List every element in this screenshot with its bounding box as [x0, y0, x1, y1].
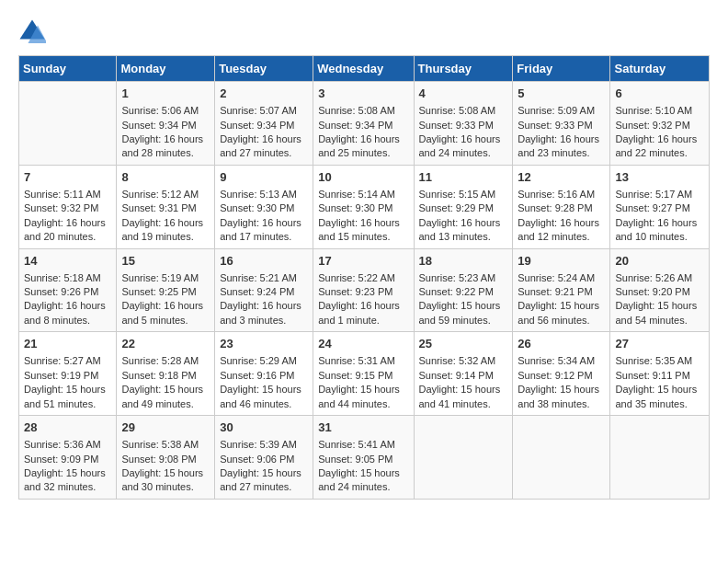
calendar-cell: 19Sunrise: 5:24 AM Sunset: 9:21 PM Dayli… — [513, 248, 610, 332]
calendar-cell: 6Sunrise: 5:10 AM Sunset: 9:32 PM Daylig… — [610, 82, 710, 166]
day-info: Sunrise: 5:26 AM Sunset: 9:20 PM Dayligh… — [615, 272, 697, 326]
day-info: Sunrise: 5:41 AM Sunset: 9:05 PM Dayligh… — [318, 439, 400, 492]
calendar-cell: 30Sunrise: 5:39 AM Sunset: 9:06 PM Dayli… — [215, 416, 313, 500]
calendar-cell: 2Sunrise: 5:07 AM Sunset: 9:34 PM Daylig… — [215, 82, 313, 166]
calendar-cell: 10Sunrise: 5:14 AM Sunset: 9:30 PM Dayli… — [313, 165, 414, 248]
day-number: 10 — [318, 169, 408, 186]
day-number: 22 — [121, 336, 210, 352]
day-info: Sunrise: 5:22 AM Sunset: 9:23 PM Dayligh… — [318, 272, 400, 326]
day-number: 8 — [121, 169, 210, 186]
calendar-cell: 26Sunrise: 5:34 AM Sunset: 9:12 PM Dayli… — [513, 332, 610, 416]
day-info: Sunrise: 5:19 AM Sunset: 9:25 PM Dayligh… — [121, 272, 203, 326]
calendar-cell: 8Sunrise: 5:12 AM Sunset: 9:31 PM Daylig… — [117, 165, 215, 248]
calendar-cell: 1Sunrise: 5:06 AM Sunset: 9:34 PM Daylig… — [117, 82, 215, 166]
day-info: Sunrise: 5:38 AM Sunset: 9:08 PM Dayligh… — [121, 439, 203, 492]
day-number: 28 — [24, 419, 111, 436]
day-number: 23 — [220, 336, 308, 352]
day-number: 13 — [615, 169, 704, 186]
day-number: 1 — [121, 86, 210, 102]
col-header-thursday: Thursday — [414, 56, 513, 82]
day-number: 18 — [419, 253, 508, 270]
day-number: 16 — [220, 253, 308, 270]
day-number: 30 — [220, 419, 308, 436]
day-info: Sunrise: 5:36 AM Sunset: 9:09 PM Dayligh… — [24, 439, 106, 492]
week-row-4: 21Sunrise: 5:27 AM Sunset: 9:19 PM Dayli… — [19, 332, 710, 416]
calendar-cell: 31Sunrise: 5:41 AM Sunset: 9:05 PM Dayli… — [313, 416, 414, 500]
day-number: 20 — [615, 253, 704, 270]
day-info: Sunrise: 5:27 AM Sunset: 9:19 PM Dayligh… — [24, 355, 106, 408]
day-number: 6 — [615, 86, 704, 102]
day-info: Sunrise: 5:07 AM Sunset: 9:34 PM Dayligh… — [220, 105, 301, 158]
col-header-saturday: Saturday — [610, 56, 710, 82]
day-info: Sunrise: 5:10 AM Sunset: 9:32 PM Dayligh… — [615, 105, 697, 158]
day-info: Sunrise: 5:16 AM Sunset: 9:28 PM Dayligh… — [518, 189, 599, 242]
calendar-cell: 27Sunrise: 5:35 AM Sunset: 9:11 PM Dayli… — [610, 332, 710, 416]
day-number: 12 — [518, 169, 605, 186]
logo-icon — [18, 18, 46, 46]
day-number: 19 — [518, 253, 605, 270]
week-row-2: 7Sunrise: 5:11 AM Sunset: 9:32 PM Daylig… — [19, 165, 710, 248]
day-info: Sunrise: 5:14 AM Sunset: 9:30 PM Dayligh… — [318, 189, 400, 242]
col-header-monday: Monday — [117, 56, 215, 82]
day-info: Sunrise: 5:31 AM Sunset: 9:15 PM Dayligh… — [318, 355, 400, 408]
day-number: 3 — [318, 86, 408, 102]
day-number: 7 — [24, 169, 111, 186]
calendar-cell: 24Sunrise: 5:31 AM Sunset: 9:15 PM Dayli… — [313, 332, 414, 416]
week-row-1: 1Sunrise: 5:06 AM Sunset: 9:34 PM Daylig… — [19, 82, 710, 166]
calendar-cell: 17Sunrise: 5:22 AM Sunset: 9:23 PM Dayli… — [313, 248, 414, 332]
day-info: Sunrise: 5:12 AM Sunset: 9:31 PM Dayligh… — [121, 189, 203, 242]
calendar-cell: 16Sunrise: 5:21 AM Sunset: 9:24 PM Dayli… — [215, 248, 313, 332]
calendar-cell: 15Sunrise: 5:19 AM Sunset: 9:25 PM Dayli… — [117, 248, 215, 332]
col-header-sunday: Sunday — [19, 56, 117, 82]
day-number: 2 — [220, 86, 308, 102]
day-number: 4 — [419, 86, 508, 102]
day-number: 14 — [24, 253, 111, 270]
calendar-cell: 23Sunrise: 5:29 AM Sunset: 9:16 PM Dayli… — [215, 332, 313, 416]
day-info: Sunrise: 5:23 AM Sunset: 9:22 PM Dayligh… — [419, 272, 501, 326]
week-row-3: 14Sunrise: 5:18 AM Sunset: 9:26 PM Dayli… — [19, 248, 710, 332]
logo — [18, 18, 50, 46]
calendar-cell: 12Sunrise: 5:16 AM Sunset: 9:28 PM Dayli… — [513, 165, 610, 248]
calendar-cell: 22Sunrise: 5:28 AM Sunset: 9:18 PM Dayli… — [117, 332, 215, 416]
week-row-5: 28Sunrise: 5:36 AM Sunset: 9:09 PM Dayli… — [19, 416, 710, 500]
day-info: Sunrise: 5:08 AM Sunset: 9:33 PM Dayligh… — [419, 105, 501, 158]
col-header-tuesday: Tuesday — [215, 56, 313, 82]
calendar-cell — [414, 416, 513, 500]
day-number: 21 — [24, 336, 111, 352]
day-info: Sunrise: 5:32 AM Sunset: 9:14 PM Dayligh… — [419, 355, 501, 408]
day-number: 17 — [318, 253, 408, 270]
calendar-cell: 11Sunrise: 5:15 AM Sunset: 9:29 PM Dayli… — [414, 165, 513, 248]
page-header — [18, 18, 710, 46]
calendar-cell: 28Sunrise: 5:36 AM Sunset: 9:09 PM Dayli… — [19, 416, 117, 500]
calendar-cell: 7Sunrise: 5:11 AM Sunset: 9:32 PM Daylig… — [19, 165, 117, 248]
day-number: 15 — [121, 253, 210, 270]
calendar-cell — [513, 416, 610, 500]
calendar-cell: 9Sunrise: 5:13 AM Sunset: 9:30 PM Daylig… — [215, 165, 313, 248]
calendar-cell: 18Sunrise: 5:23 AM Sunset: 9:22 PM Dayli… — [414, 248, 513, 332]
calendar-table: SundayMondayTuesdayWednesdayThursdayFrid… — [18, 55, 710, 500]
day-number: 26 — [518, 336, 605, 352]
day-info: Sunrise: 5:13 AM Sunset: 9:30 PM Dayligh… — [220, 189, 301, 242]
day-info: Sunrise: 5:39 AM Sunset: 9:06 PM Dayligh… — [220, 439, 301, 492]
day-info: Sunrise: 5:08 AM Sunset: 9:34 PM Dayligh… — [318, 105, 400, 158]
day-number: 5 — [518, 86, 605, 102]
day-info: Sunrise: 5:24 AM Sunset: 9:21 PM Dayligh… — [518, 272, 599, 326]
day-info: Sunrise: 5:21 AM Sunset: 9:24 PM Dayligh… — [220, 272, 301, 326]
calendar-cell: 3Sunrise: 5:08 AM Sunset: 9:34 PM Daylig… — [313, 82, 414, 166]
calendar-cell — [19, 82, 117, 166]
day-number: 31 — [318, 419, 408, 436]
col-header-wednesday: Wednesday — [313, 56, 414, 82]
day-number: 29 — [121, 419, 210, 436]
day-info: Sunrise: 5:09 AM Sunset: 9:33 PM Dayligh… — [518, 105, 599, 158]
day-number: 11 — [419, 169, 508, 186]
day-info: Sunrise: 5:06 AM Sunset: 9:34 PM Dayligh… — [121, 105, 203, 158]
calendar-cell: 13Sunrise: 5:17 AM Sunset: 9:27 PM Dayli… — [610, 165, 710, 248]
calendar-cell: 4Sunrise: 5:08 AM Sunset: 9:33 PM Daylig… — [414, 82, 513, 166]
calendar-cell — [610, 416, 710, 500]
day-number: 27 — [615, 336, 704, 352]
day-info: Sunrise: 5:35 AM Sunset: 9:11 PM Dayligh… — [615, 355, 697, 408]
calendar-cell: 5Sunrise: 5:09 AM Sunset: 9:33 PM Daylig… — [513, 82, 610, 166]
calendar-cell: 25Sunrise: 5:32 AM Sunset: 9:14 PM Dayli… — [414, 332, 513, 416]
day-info: Sunrise: 5:18 AM Sunset: 9:26 PM Dayligh… — [24, 272, 106, 326]
day-info: Sunrise: 5:11 AM Sunset: 9:32 PM Dayligh… — [24, 189, 106, 242]
